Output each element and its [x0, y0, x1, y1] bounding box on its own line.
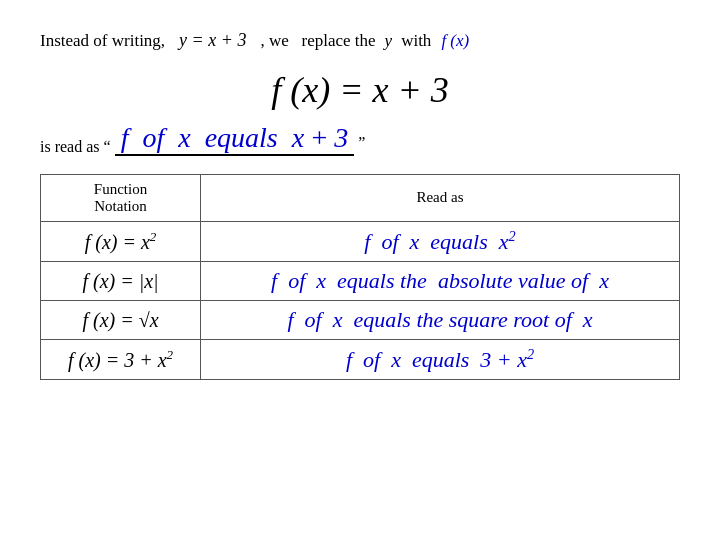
- col-header-notation: FunctionNotation: [41, 174, 201, 221]
- table-row: f (x) = |x| f of x equals the absolute v…: [41, 262, 680, 301]
- function-table: FunctionNotation Read as f (x) = x2 f of…: [40, 174, 680, 381]
- main-equation: f (x) = x + 3: [40, 69, 680, 111]
- read-cell-4: f of x equals 3 + x2: [201, 340, 680, 380]
- read-cell-1: f of x equals x2: [201, 221, 680, 261]
- intro-middle: , we replace the: [260, 31, 375, 51]
- intro-equation: y = x + 3: [179, 30, 246, 51]
- read-as-line: is read as “ f of x equals x + 3 ”: [40, 123, 680, 156]
- read-cell-2: f of x equals the absolute value of x: [201, 262, 680, 301]
- read-cell-3: f of x equals the square root of x: [201, 301, 680, 340]
- intro-prefix: Instead of writing,: [40, 31, 165, 51]
- notation-cell-4: f (x) = 3 + x2: [41, 340, 201, 380]
- table-row: f (x) = 3 + x2 f of x equals 3 + x2: [41, 340, 680, 380]
- read-as-close-quote: ”: [358, 134, 365, 156]
- read-as-phrase: f of x equals x + 3: [115, 123, 355, 156]
- notation-cell-3: f (x) = √x: [41, 301, 201, 340]
- intro-with: with: [401, 31, 431, 51]
- table-row: f (x) = √x f of x equals the square root…: [41, 301, 680, 340]
- read-as-label: is read as “: [40, 138, 111, 156]
- notation-cell-2: f (x) = |x|: [41, 262, 201, 301]
- table-row: f (x) = x2 f of x equals x2: [41, 221, 680, 261]
- col-header-read-as: Read as: [201, 174, 680, 221]
- notation-cell-1: f (x) = x2: [41, 221, 201, 261]
- intro-fx: f (x): [441, 31, 469, 51]
- intro-var-y: y: [385, 31, 393, 51]
- intro-line: Instead of writing, y = x + 3 , we repla…: [40, 30, 680, 51]
